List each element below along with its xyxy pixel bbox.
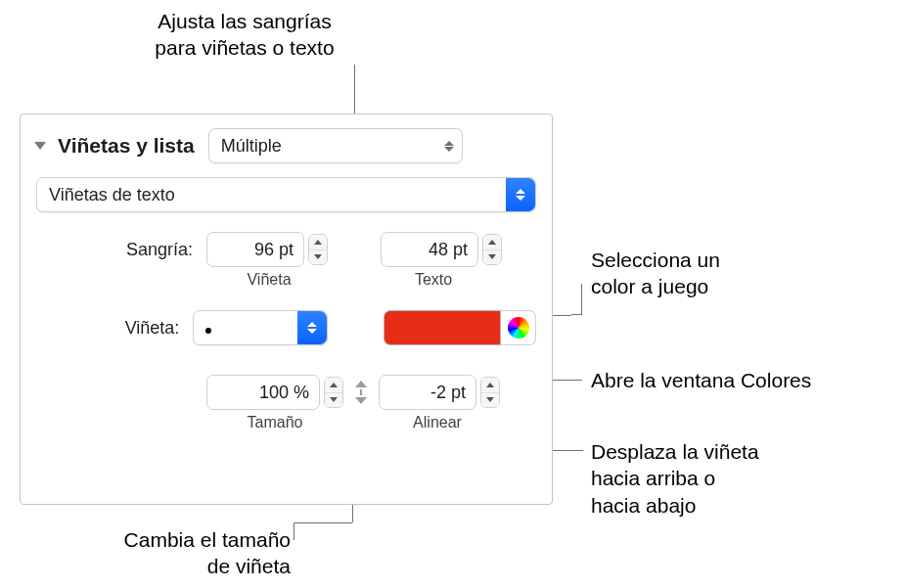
- bullet-label: Viñeta:: [36, 318, 179, 339]
- section-header: Viñetas y lista Múltiple: [36, 128, 536, 163]
- indent-bullet-value: 96 pt: [254, 240, 294, 260]
- callout-colors-window: Abre la ventana Colores: [591, 367, 811, 393]
- leader-line: [294, 522, 294, 540]
- callout-color-match: Selecciona un color a juego: [591, 247, 720, 300]
- leader-line: [550, 450, 583, 451]
- size-stepper: 100 %: [206, 375, 343, 410]
- updown-chevron-icon: [506, 178, 535, 211]
- bullet-char-popup[interactable]: [193, 310, 327, 345]
- section-title: Viñetas y lista: [58, 134, 195, 158]
- list-style-popup[interactable]: Múltiple: [208, 128, 463, 163]
- align-stepper-buttons[interactable]: [480, 377, 500, 408]
- indent-text-stepper: 48 pt: [381, 232, 502, 267]
- bullet-type-popup[interactable]: Viñetas de texto: [36, 177, 536, 212]
- bullets-lists-panel: Viñetas y lista Múltiple Viñetas de text…: [20, 113, 553, 505]
- callout-shift: Desplaza la viñeta hacia arriba o hacia …: [591, 438, 759, 519]
- size-field[interactable]: 100 %: [206, 375, 320, 410]
- list-style-value: Múltiple: [221, 136, 282, 157]
- align-value: -2 pt: [430, 383, 466, 403]
- callout-indent: Ajusta las sangrías para viñetas o texto: [117, 8, 372, 62]
- leader-elbow: [571, 284, 582, 315]
- color-controls: [384, 310, 536, 345]
- color-wheel-icon: [508, 317, 529, 339]
- indent-text-value: 48 pt: [429, 240, 468, 260]
- bullet-type-value: Viñetas de texto: [37, 185, 506, 205]
- bullet-character-row: Viñeta:: [36, 310, 536, 345]
- indent-sublabels: Viñeta Texto: [36, 271, 536, 289]
- updown-chevron-icon: [297, 311, 327, 344]
- size-align-sublabels: Tamaño Alinear: [36, 414, 536, 431]
- color-well[interactable]: [384, 310, 501, 345]
- align-sublabel: Alinear: [377, 414, 498, 431]
- indent-text-sublabel: Texto: [371, 271, 496, 289]
- align-field[interactable]: -2 pt: [379, 375, 476, 410]
- indent-bullet-field[interactable]: 96 pt: [206, 232, 304, 267]
- updown-chevron-icon: [444, 141, 454, 152]
- align-stepper: -2 pt: [379, 375, 500, 410]
- size-value: 100 %: [259, 383, 309, 403]
- indent-bullet-sublabel: Viñeta: [206, 271, 332, 289]
- bullet-dot-icon: [205, 328, 211, 334]
- indent-bullet-stepper: 96 pt: [206, 232, 328, 267]
- bullet-type-row: Viñetas de texto: [36, 177, 536, 212]
- color-wheel-button[interactable]: [501, 310, 536, 345]
- size-sublabel: Tamaño: [206, 414, 343, 431]
- size-align-row: 100 % -2 pt: [36, 375, 536, 410]
- callout-size: Cambia el tamaño de viñeta: [95, 526, 291, 580]
- indent-text-field[interactable]: 48 pt: [381, 232, 478, 267]
- size-stepper-buttons[interactable]: [324, 377, 343, 408]
- indent-text-stepper-buttons[interactable]: [482, 234, 502, 265]
- vertical-arrows-icon: [355, 381, 367, 404]
- indent-bullet-stepper-buttons[interactable]: [308, 234, 328, 265]
- indent-row: Sangría: 96 pt 48 pt: [36, 232, 536, 267]
- leader-line: [294, 522, 352, 523]
- disclosure-triangle-icon[interactable]: [34, 142, 46, 150]
- indent-label: Sangría:: [36, 240, 193, 260]
